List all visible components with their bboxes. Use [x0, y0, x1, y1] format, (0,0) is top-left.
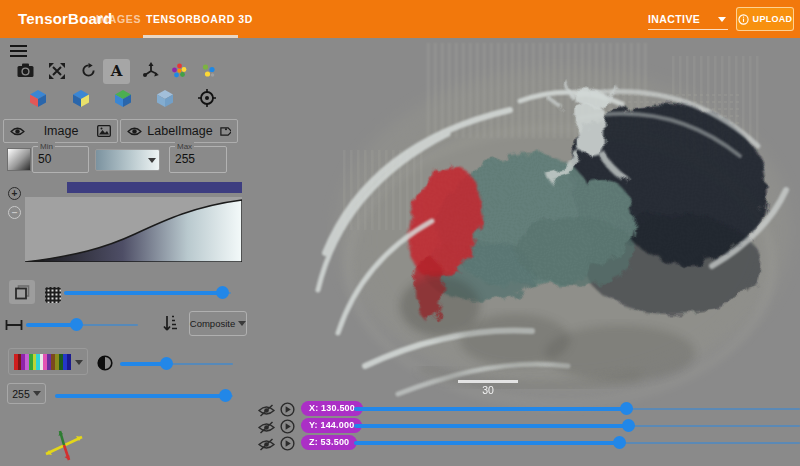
image-icon [97, 125, 111, 137]
label-colormap-dropdown[interactable] [8, 348, 88, 375]
caret-down-icon [33, 391, 41, 396]
run-state-value: INACTIVE [648, 13, 700, 25]
caret-down-icon [238, 321, 246, 326]
component-dropdown[interactable]: 255 [7, 383, 46, 404]
layer-labelimage-label: LabelImage [147, 124, 213, 138]
cube-volume-icon[interactable] [155, 88, 175, 108]
screenshot-camera-icon[interactable] [17, 63, 34, 78]
colormap-preset-dropdown[interactable] [95, 149, 160, 171]
tab-tensorboard-3d[interactable]: TENSORBOARD 3D [146, 0, 253, 38]
transform-axes-icon[interactable] [142, 62, 159, 79]
opacity-slider[interactable] [64, 286, 231, 299]
transfer-function-histogram[interactable] [25, 197, 242, 262]
info-icon [738, 14, 749, 25]
window-gradient-button[interactable] [7, 148, 31, 171]
slice-z-visibility-off-icon[interactable] [258, 438, 275, 451]
add-gaussian-button[interactable]: + [8, 187, 21, 200]
tensorboard-3d-app: TensorBoard IMAGES TENSORBOARD 3D INACTI… [0, 0, 800, 466]
slice-y-play-button[interactable] [280, 419, 295, 434]
slice-z-play-button[interactable] [280, 436, 295, 451]
tag-icon [218, 125, 231, 138]
min-value-input[interactable] [38, 152, 82, 166]
slider-handle[interactable] [622, 419, 635, 432]
slider-fill [354, 441, 619, 445]
center-target-icon[interactable] [198, 89, 216, 107]
annotation-text-tool[interactable]: A [103, 59, 130, 84]
min-field-label: Min [38, 142, 55, 151]
max-value-input[interactable] [175, 152, 220, 166]
opacity-curve [25, 197, 242, 262]
window-max-field[interactable]: Max [169, 146, 227, 173]
labeled-points-icon[interactable] [201, 63, 216, 78]
slider-fill [26, 323, 76, 327]
cube-z-face-icon[interactable] [113, 88, 133, 108]
slice-z-slider[interactable] [354, 436, 800, 449]
sampling-grid-icon[interactable] [45, 287, 61, 303]
slider-handle[interactable] [70, 318, 83, 331]
rotate-icon[interactable] [81, 63, 96, 78]
scale-bar-label: 30 [458, 384, 518, 396]
sort-interpolation-icon[interactable] [163, 315, 178, 333]
shade-toggle-button[interactable] [9, 280, 35, 304]
scale-bar [458, 380, 518, 383]
blend-mode-value: Composite [190, 318, 235, 329]
layer-image-button[interactable]: Image [3, 119, 118, 143]
colormap-stripes-preview [14, 354, 71, 370]
caret-down-icon [148, 158, 156, 163]
visibility-eye-icon[interactable] [127, 126, 142, 137]
blend-mode-dropdown[interactable]: Composite [189, 311, 247, 336]
slider-handle[interactable] [160, 357, 173, 370]
component-value: 255 [12, 388, 30, 400]
visibility-eye-icon[interactable] [10, 126, 25, 137]
orientation-gizmo[interactable] [42, 424, 88, 464]
slice-x-slider[interactable] [354, 402, 800, 415]
slider-handle[interactable] [620, 402, 633, 415]
slice-y-slider[interactable] [354, 419, 800, 432]
max-field-label: Max [175, 142, 194, 151]
volume-rendering-viewport[interactable] [280, 38, 800, 448]
contrast-icon [97, 355, 113, 371]
reset-view-expand-icon[interactable] [49, 63, 65, 79]
upload-label: UPLOAD [753, 14, 793, 24]
range-gauge-bar[interactable] [67, 182, 242, 193]
app-header: TensorBoard IMAGES TENSORBOARD 3D INACTI… [0, 0, 800, 38]
component-weight-slider[interactable] [55, 389, 233, 402]
label-opacity-slider[interactable] [120, 357, 233, 370]
menu-icon[interactable] [10, 45, 27, 58]
upload-button[interactable]: UPLOAD [736, 7, 794, 31]
remove-gaussian-button[interactable]: – [8, 206, 21, 219]
slider-handle[interactable] [613, 436, 626, 449]
caret-down-icon [718, 17, 726, 22]
cube-y-face-icon[interactable] [71, 88, 91, 108]
layer-image-label: Image [30, 124, 92, 138]
window-min-field[interactable]: Min [32, 146, 89, 173]
tab-images[interactable]: IMAGES [96, 0, 141, 38]
slider-handle[interactable] [219, 389, 232, 402]
layer-labelimage-button[interactable]: LabelImage [120, 119, 238, 143]
gradient-opacity-slider[interactable] [26, 318, 138, 331]
slice-z-value-badge: Z: 53.500 [301, 435, 357, 450]
slider-fill [354, 407, 626, 411]
spacing-icon[interactable] [5, 319, 23, 331]
point-cloud-icon[interactable] [171, 62, 188, 79]
slice-y-visibility-off-icon[interactable] [258, 421, 275, 434]
slider-fill [64, 291, 223, 295]
slice-x-play-button[interactable] [280, 402, 295, 417]
slider-fill [55, 394, 226, 398]
run-state-dropdown[interactable]: INACTIVE [648, 9, 728, 30]
slice-x-visibility-off-icon[interactable] [258, 404, 275, 417]
slider-fill [354, 424, 628, 428]
caret-down-icon [75, 360, 83, 365]
active-tab-underline [143, 35, 238, 38]
square-outline-icon [15, 285, 30, 300]
cube-x-face-icon[interactable] [28, 88, 48, 108]
slider-handle[interactable] [216, 286, 229, 299]
